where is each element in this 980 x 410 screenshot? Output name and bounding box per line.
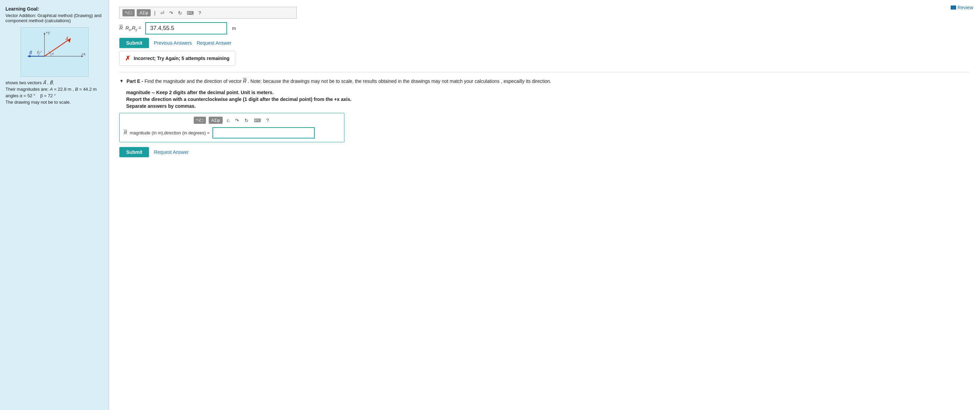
collapse-triangle-icon[interactable]: ▼ [119, 78, 124, 84]
svg-text:+x: +x [81, 52, 85, 56]
part-e-symbol-btn[interactable]: ΑΣφ [209, 116, 223, 124]
angles-info: angles α = 52 ° β = 72 ° [5, 93, 103, 98]
svg-text:β: β [37, 50, 39, 54]
instruction-1: magnitude -- Keep 2 digits after the dec… [126, 90, 970, 95]
learning-goal-text: Vector Addition: Graphical method (Drawi… [5, 13, 103, 23]
page-layout: Learning Goal: Vector Addition: Graphica… [0, 0, 980, 410]
incorrect-text: Incorrect; Try Again; 5 attempts remaini… [134, 56, 229, 61]
part-e-submit-button[interactable]: Submit [119, 147, 149, 157]
part-e-reset-icon[interactable]: ↻ [243, 117, 250, 124]
part-d-vec-label: R Rx,Ry = [119, 25, 141, 32]
svg-text:B⃗: B⃗ [29, 51, 32, 55]
review-link[interactable]: Review [951, 5, 973, 10]
toolbar-symbol-btn[interactable]: ΑΣφ [137, 9, 151, 16]
part-e-help-icon[interactable]: ? [265, 117, 270, 124]
svg-text:A⃗: A⃗ [65, 37, 68, 41]
toolbar-redo-icon[interactable]: ↷ [168, 10, 175, 16]
part-e-answer-input[interactable] [212, 127, 315, 139]
part-e-undo-icon[interactable]: ⎌ [225, 117, 231, 124]
request-answer-link-e[interactable]: Request Answer [154, 149, 189, 155]
part-e-answer-row: R⃗ magnitude (in m),direction (in degree… [124, 127, 340, 139]
svg-text:α: α [52, 51, 54, 55]
part-d-answer-box [145, 22, 227, 34]
previous-answers-link[interactable]: Previous Answers [154, 40, 192, 46]
section-divider [119, 72, 970, 72]
vector-diagram: +x +y A⃗ B⃗ α [21, 27, 89, 77]
part-e-keyboard-icon[interactable]: ⌨ [253, 117, 262, 124]
part-e-toolbar: ⁿ√□ ΑΣφ ⎌ ↷ ↻ ⌨ ? [124, 116, 340, 124]
toolbar-keyboard-icon[interactable]: ⌨ [186, 10, 195, 16]
part-d-submit-button[interactable]: Submit [119, 38, 149, 48]
magnitudes-info: Their magnitudes are: A = 22.8 m , B = 4… [5, 87, 103, 92]
toolbar-radical-btn[interactable]: ⁿ√□ [123, 9, 135, 16]
part-e-radical-btn[interactable]: ⁿ√□ [194, 116, 206, 124]
learning-goal-title: Learning Goal: [5, 6, 103, 11]
part-e-text: Part E - Find the magnitude and the dire… [127, 78, 970, 85]
part-d-answer-input[interactable] [146, 23, 226, 34]
left-panel: Learning Goal: Vector Addition: Graphica… [0, 0, 109, 410]
incorrect-banner: ✗ Incorrect; Try Again; 5 attempts remai… [119, 51, 235, 66]
toolbar-help-icon[interactable]: ? [197, 10, 202, 16]
part-d-toolbar: ⁿ√□ ΑΣφ | ⏎ ↷ ↻ ⌨ ? [119, 7, 297, 19]
part-e-vec-label: R⃗ [124, 130, 127, 136]
part-e-redo-icon[interactable]: ↷ [234, 117, 240, 124]
toolbar-undo-icon[interactable]: ⏎ [159, 10, 166, 16]
request-answer-link-d[interactable]: Request Answer [197, 40, 232, 46]
part-e-instructions: magnitude -- Keep 2 digits after the dec… [119, 90, 970, 109]
instruction-3: Separate answers by commas. [126, 103, 970, 109]
right-panel: Review ⁿ√□ ΑΣφ | ⏎ ↷ ↻ ⌨ ? R Rx,Ry = [109, 0, 980, 410]
scale-note: The drawing may not be to scale. [5, 100, 103, 105]
review-link-label: Review [958, 5, 973, 10]
part-d-unit: m [232, 26, 236, 31]
part-e-answer-label: magnitude (in m),direction (in degrees) … [130, 130, 209, 136]
part-e-label: Part E - [127, 78, 143, 84]
x-icon: ✗ [125, 54, 130, 62]
part-d-answer-row: R Rx,Ry = m [119, 22, 970, 34]
svg-text:+y: +y [46, 30, 50, 34]
diagram-caption: shows two vectors A⃗ , B⃗, [5, 80, 103, 85]
part-e-submit-row: Submit Request Answer [119, 147, 970, 157]
part-e-answer-area: ⁿ√□ ΑΣφ ⎌ ↷ ↻ ⌨ ? R⃗ magnitude (in m),di… [119, 113, 344, 142]
instruction-2: Report the direction with a counterclock… [126, 97, 970, 102]
part-d-submit-row: Submit Previous Answers Request Answer [119, 38, 970, 48]
review-icon [951, 5, 956, 10]
toolbar-reset-icon[interactable]: ↻ [177, 10, 183, 16]
toolbar-separator: | [153, 10, 157, 16]
part-e-header: ▼ Part E - Find the magnitude and the di… [119, 78, 970, 85]
